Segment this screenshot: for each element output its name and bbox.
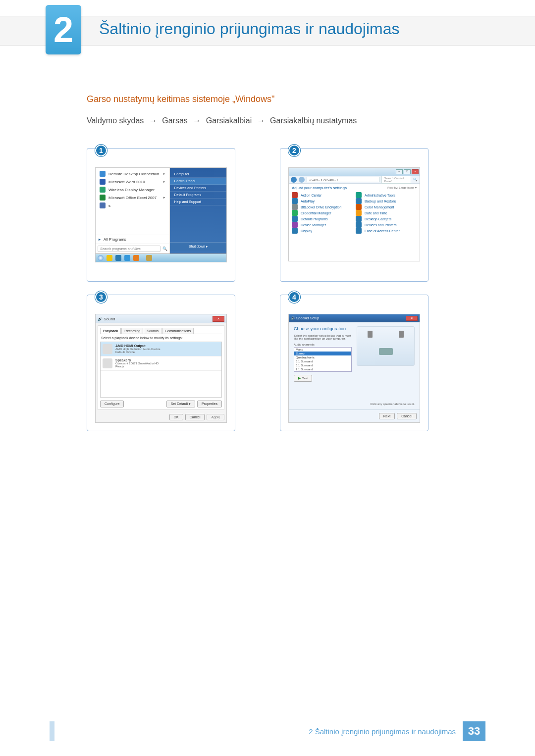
figure-4: 4 🔊 Speaker Setup × Choose your configur… bbox=[280, 295, 428, 431]
control-panel-item-icon bbox=[292, 210, 298, 216]
program-label: s bbox=[108, 203, 110, 208]
sound-tab[interactable]: Playback bbox=[100, 328, 121, 334]
close-button[interactable]: × bbox=[412, 169, 419, 174]
playback-device[interactable]: SpeakersConexant 20671 SmartAudio HDRead… bbox=[101, 356, 221, 371]
search-icon: 🔍 bbox=[162, 247, 167, 251]
close-button[interactable]: × bbox=[406, 316, 418, 321]
test-button[interactable]: Test bbox=[294, 375, 312, 382]
start-menu-item[interactable]: Microsoft Word 2010▸ bbox=[98, 178, 167, 186]
apply-button[interactable]: Apply bbox=[207, 414, 224, 420]
program-icon bbox=[100, 187, 106, 193]
speaker-icon[interactable] bbox=[399, 331, 404, 338]
speaker-room-diagram bbox=[357, 326, 415, 366]
close-button[interactable]: × bbox=[213, 316, 224, 322]
sound-instruction-text: Select a playback device below to modify… bbox=[100, 334, 222, 342]
start-right-link[interactable]: Help and Support bbox=[170, 199, 226, 205]
control-panel-item[interactable]: Backup and Restore bbox=[356, 198, 417, 204]
view-by-dropdown[interactable]: View by: Large icons ▾ bbox=[387, 186, 417, 190]
start-right-link[interactable]: Computer bbox=[170, 171, 226, 178]
cancel-button[interactable]: Cancel bbox=[185, 414, 205, 420]
control-panel-item-label: Default Programs bbox=[301, 217, 327, 221]
control-panel-item[interactable]: Administrative Tools bbox=[356, 192, 417, 198]
control-panel-item[interactable]: Device Manager bbox=[292, 222, 353, 228]
cancel-button[interactable]: Cancel bbox=[397, 413, 417, 419]
properties-button[interactable]: Properties bbox=[197, 401, 222, 407]
search-icon: 🔍 bbox=[413, 178, 418, 182]
start-right-link[interactable]: Devices and Printers bbox=[170, 185, 226, 192]
control-panel-item-label: Devices and Printers bbox=[365, 223, 397, 227]
start-search-input[interactable]: Search programs and files bbox=[98, 246, 160, 252]
control-panel-search[interactable]: Search Control Panel bbox=[381, 176, 411, 184]
taskbar-app-icon[interactable] bbox=[133, 255, 139, 261]
taskbar-app-icon[interactable] bbox=[146, 255, 152, 261]
control-panel-item-label: Device Manager bbox=[301, 223, 326, 227]
start-menu-item[interactable]: Wireless Display Manager bbox=[98, 186, 167, 194]
start-menu-item[interactable]: s bbox=[98, 202, 167, 209]
speaker-setup-heading: Choose your configuration bbox=[294, 326, 352, 331]
speaker-icon[interactable] bbox=[368, 331, 373, 338]
taskbar-ie-icon[interactable] bbox=[124, 255, 130, 261]
control-panel-item-icon bbox=[356, 222, 362, 228]
control-panel-item[interactable]: Action Center bbox=[292, 192, 353, 198]
sound-tabs: PlaybackRecordingSoundsCommunications bbox=[100, 328, 222, 334]
program-icon bbox=[100, 202, 106, 208]
control-panel-item-label: Color Management bbox=[365, 205, 394, 209]
audio-channel-option[interactable]: 5.1 Surround bbox=[294, 359, 351, 363]
speaker-test-hint: Click any speaker above to test it. bbox=[357, 403, 415, 405]
audio-channel-option[interactable]: Quadraphonic bbox=[294, 355, 351, 359]
set-default-button[interactable]: Set Default ▾ bbox=[166, 401, 196, 407]
audio-channel-option[interactable]: Stereo bbox=[294, 352, 351, 355]
speaker-setup-description: Select the speaker setup below that is m… bbox=[294, 334, 352, 340]
program-icon bbox=[100, 179, 106, 185]
start-right-link[interactable]: Control Panel bbox=[170, 178, 226, 185]
shutdown-button[interactable]: Shut down ▸ bbox=[170, 242, 226, 251]
minimize-button[interactable]: – bbox=[396, 169, 403, 174]
sound-button-row: Configure Set Default ▾ Properties bbox=[100, 401, 222, 407]
start-menu-item[interactable]: Microsoft Office Excel 2007▸ bbox=[98, 194, 167, 202]
arrow-icon: → bbox=[193, 116, 201, 125]
sound-tab[interactable]: Sounds bbox=[144, 328, 161, 334]
audio-channels-listbox[interactable]: MonoStereoQuadraphonic5.1 Surround5.1 Su… bbox=[294, 347, 352, 372]
ok-button[interactable]: OK bbox=[169, 414, 183, 420]
control-panel-item[interactable]: Credential Manager bbox=[292, 210, 353, 216]
window-title: 🔊 Speaker Setup bbox=[291, 316, 319, 320]
control-panel-item[interactable]: Desktop Gadgets bbox=[356, 216, 417, 222]
sound-tab[interactable]: Communications bbox=[162, 328, 194, 334]
taskbar-app-icon[interactable] bbox=[115, 255, 121, 261]
start-menu: Remote Desktop Connection▸Microsoft Word… bbox=[96, 168, 226, 253]
control-panel-item[interactable]: Ease of Access Center bbox=[356, 228, 417, 234]
audio-channel-option[interactable]: 5.1 Surround bbox=[294, 363, 351, 367]
control-panel-item[interactable]: Color Management bbox=[356, 204, 417, 210]
arrow-icon: → bbox=[149, 116, 157, 125]
playback-device-list[interactable]: AMD HDMI OutputAMD High Definition Audio… bbox=[100, 342, 222, 398]
playback-device[interactable]: AMD HDMI OutputAMD High Definition Audio… bbox=[101, 342, 221, 356]
audio-channel-option[interactable]: 7.1 Surround bbox=[294, 367, 351, 371]
start-right-link[interactable]: Default Programs bbox=[170, 192, 226, 199]
next-button[interactable]: Next bbox=[379, 413, 395, 419]
control-panel-item[interactable]: AutoPlay bbox=[292, 198, 353, 204]
control-panel-item[interactable]: Display bbox=[292, 228, 353, 234]
control-panel-item[interactable]: BitLocker Drive Encryption bbox=[292, 204, 353, 210]
start-menu-left: Remote Desktop Connection▸Microsoft Word… bbox=[96, 168, 170, 253]
forward-button[interactable] bbox=[299, 177, 305, 183]
control-panel-item[interactable]: Date and Time bbox=[356, 210, 417, 216]
control-panel-item[interactable]: Default Programs bbox=[292, 216, 353, 222]
breadcrumb[interactable]: « Cont... ▸ All Cont... ▸ bbox=[307, 177, 379, 182]
control-panel-item-icon bbox=[292, 198, 298, 204]
start-orb-icon[interactable] bbox=[98, 255, 104, 261]
speaker-setup-right: Click any speaker above to test it. bbox=[357, 326, 415, 405]
screenshot-control-panel: – □ × « Cont... ▸ All Cont... ▸ Search C… bbox=[288, 167, 420, 261]
start-menu-item[interactable]: Remote Desktop Connection▸ bbox=[98, 170, 167, 178]
taskbar-explorer-icon[interactable] bbox=[107, 255, 112, 261]
navigation-path: Valdymo skydas → Garsas → Garsiakalbiai … bbox=[87, 116, 485, 125]
sound-tab[interactable]: Recording bbox=[121, 328, 143, 334]
audio-channel-option[interactable]: Mono bbox=[294, 348, 351, 352]
path-step-2: Garsas bbox=[162, 116, 188, 125]
maximize-button[interactable]: □ bbox=[404, 169, 411, 174]
control-panel-item-label: Desktop Gadgets bbox=[365, 217, 391, 221]
control-panel-item[interactable]: Devices and Printers bbox=[356, 222, 417, 228]
configure-button[interactable]: Configure bbox=[100, 401, 124, 407]
back-button[interactable] bbox=[291, 177, 297, 183]
all-programs-link[interactable]: All Programs bbox=[96, 235, 169, 244]
control-panel-subtitle: Adjust your computer's settings bbox=[292, 186, 347, 190]
